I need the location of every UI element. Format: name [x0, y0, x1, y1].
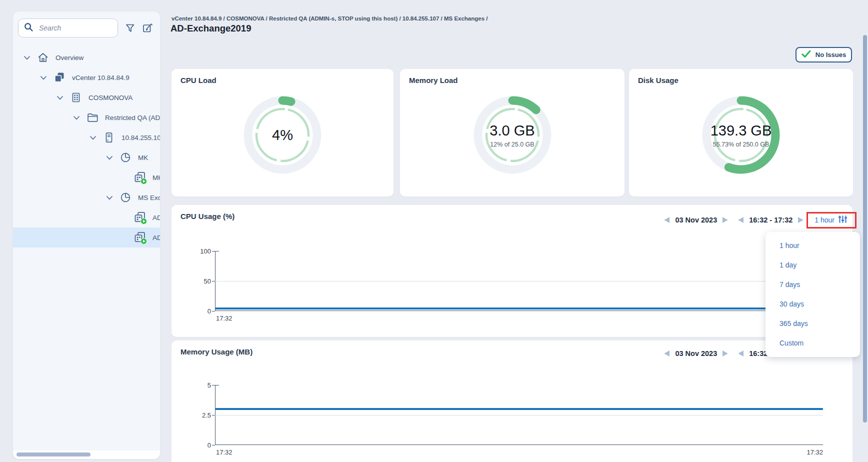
interval-option-1-hour[interactable]: 1 hour: [766, 236, 860, 255]
cpu-usage-card: CPU Usage (%) 03 Nov 202316:32 - 17:321 …: [172, 205, 852, 337]
status-badge-label: No Issues: [816, 51, 846, 58]
filter-icon[interactable]: [126, 24, 135, 32]
vm-icon: [134, 232, 146, 244]
data-line: [215, 408, 823, 410]
memory-load-card: Memory Load3.0 GB12% of 25.0 GB: [400, 69, 624, 196]
cpu-range: 16:32 - 17:32: [749, 216, 792, 224]
tree-item-vcenter-10-84-84-9-1[interactable]: vCenter 10.84.84.9: [13, 68, 160, 88]
tree-item-label: 10.84.255.10: [122, 134, 160, 142]
chevron-down-icon[interactable]: [74, 116, 80, 120]
cpu-load-card: CPU Load4%: [172, 69, 394, 196]
y-axis-label: 100: [188, 248, 211, 255]
memory-usage-card: Memory Usage (MB) 03 Nov 202316:32 - 17:…: [172, 340, 852, 462]
x-axis-label: 17:32: [216, 314, 232, 322]
sidebar: OverviewvCenter 10.84.84.9COSMONOVARestr…: [13, 12, 160, 459]
tree-item-cosmonova-2[interactable]: COSMONOVA: [13, 88, 160, 108]
status-badge[interactable]: No Issues: [796, 47, 852, 62]
disk-usage-card: Disk Usage139.3 GB55.73% of 250.0 GB: [629, 69, 853, 196]
inventory-tree: OverviewvCenter 10.84.84.9COSMONOVARestr…: [13, 48, 160, 248]
chevron-down-icon[interactable]: [90, 136, 96, 140]
pool-icon: [120, 192, 132, 204]
tree-item-restricted-qa-ad-3[interactable]: Restricted QA (AD: [13, 108, 160, 128]
interval-option-custom[interactable]: Custom: [766, 333, 860, 352]
tree-item-label: MK: [152, 174, 160, 182]
memory-range-prev-icon[interactable]: [738, 350, 744, 357]
tree-item-mk-6[interactable]: MK: [13, 168, 160, 188]
tree-item-label: AD: [152, 214, 160, 222]
interval-option-1-day[interactable]: 1 day: [766, 255, 860, 274]
interval-dropdown-menu: 1 hour1 day7 days30 days365 daysCustom: [766, 232, 860, 357]
vcenter-icon: [54, 72, 66, 84]
chevron-down-icon[interactable]: [24, 56, 30, 60]
memory-chart-title: Memory Usage (MB): [180, 348, 252, 356]
memory-date-next-icon[interactable]: [722, 350, 728, 357]
page-vertical-scrollbar[interactable]: [863, 35, 867, 422]
tree-item-label: MS Exc: [138, 194, 160, 202]
page-title: AD-Exchange2019: [170, 23, 251, 34]
cpu-range-prev-icon[interactable]: [738, 216, 744, 224]
search-box[interactable]: [18, 18, 118, 38]
sidebar-horizontal-scrollbar[interactable]: [13, 450, 160, 459]
sidebar-toolbar: [18, 17, 157, 39]
interval-option-7-days[interactable]: 7 days: [766, 274, 860, 294]
chevron-down-icon[interactable]: [40, 76, 46, 80]
cpu-date: 03 Nov 2023: [675, 216, 717, 224]
cpu-date-next-icon[interactable]: [722, 216, 728, 224]
sliders-icon: [838, 215, 848, 225]
cpu-chart-plot: 05010017:32: [215, 251, 823, 311]
y-axis-label: 0: [188, 442, 211, 449]
tree-item-label: AD: [152, 234, 160, 242]
tree-item-ad-9[interactable]: AD: [13, 228, 160, 248]
search-icon: [24, 22, 34, 34]
chevron-down-icon[interactable]: [106, 156, 112, 160]
tree-item-overview-0[interactable]: Overview: [13, 48, 160, 68]
x-axis-label: 17:32: [806, 448, 823, 456]
search-input[interactable]: [38, 24, 112, 32]
y-axis-label: 5: [188, 382, 211, 389]
folder-icon: [86, 112, 98, 124]
cpu-chart-title: CPU Usage (%): [180, 212, 234, 220]
interval-option-30-days[interactable]: 30 days: [766, 294, 860, 314]
x-axis-label: 17:32: [216, 448, 232, 456]
gauge-title: Disk Usage: [638, 76, 678, 84]
edit-icon[interactable]: [142, 23, 153, 33]
vm-icon: [134, 172, 146, 184]
cpu-load-donut-gauge: [238, 91, 326, 179]
tree-item-10-84-255-10-4[interactable]: 10.84.255.10: [13, 128, 160, 148]
tree-item-label: Overview: [56, 54, 84, 62]
home-icon: [37, 52, 49, 64]
cpu-interval-selector[interactable]: 1 hour: [814, 215, 848, 225]
scrollbar-thumb[interactable]: [16, 452, 90, 456]
cpu-range-next-icon[interactable]: [798, 216, 804, 224]
memory-chart-plot: 02.5517:3217:32: [215, 385, 823, 445]
cpu-time-nav: 03 Nov 202316:32 - 17:321 hour: [664, 215, 848, 225]
chevron-down-icon[interactable]: [106, 196, 112, 200]
datacenter-icon: [70, 92, 82, 104]
tree-item-label: MK: [138, 154, 148, 162]
chevron-down-icon[interactable]: [57, 96, 63, 100]
y-axis-label: 2.5: [188, 412, 211, 419]
memory-date-prev-icon[interactable]: [664, 350, 670, 357]
disk-usage-donut-gauge: [697, 91, 785, 179]
interval-option-365-days[interactable]: 365 days: [766, 314, 860, 333]
gauge-title: CPU Load: [180, 76, 216, 84]
tree-item-label: vCenter 10.84.84.9: [72, 74, 130, 82]
cpu-date-prev-icon[interactable]: [664, 216, 670, 224]
data-line: [215, 308, 823, 310]
tree-item-ad-8[interactable]: AD: [13, 208, 160, 228]
breadcrumb[interactable]: vCenter 10.84.84.9 / COSMONOVA / Restric…: [172, 16, 488, 22]
tree-item-ms-exc-7[interactable]: MS Exc: [13, 188, 160, 208]
memory-load-donut-gauge: [468, 91, 556, 179]
memory-date: 03 Nov 2023: [675, 350, 717, 358]
check-icon: [802, 50, 811, 60]
y-axis-label: 50: [188, 278, 211, 285]
tree-item-label: Restricted QA (AD: [105, 114, 160, 122]
host-icon: [103, 132, 115, 144]
pool-icon: [120, 152, 132, 164]
tree-item-mk-5[interactable]: MK: [13, 148, 160, 168]
vm-icon: [134, 212, 146, 224]
tree-item-label: COSMONOVA: [88, 94, 132, 102]
gauge-title: Memory Load: [409, 76, 458, 84]
y-axis-label: 0: [188, 308, 211, 315]
